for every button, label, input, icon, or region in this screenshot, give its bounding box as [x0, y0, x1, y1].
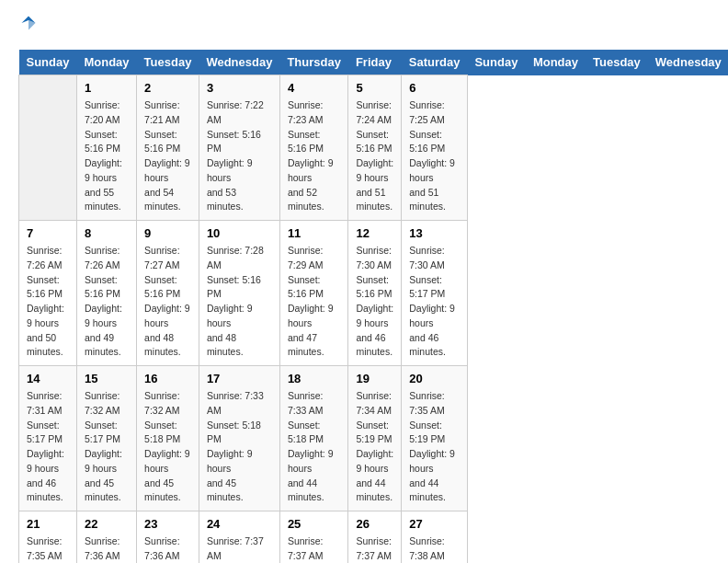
day-number: 13 — [409, 226, 460, 240]
day-info: Sunrise: 7:24 AMSunset: 5:16 PMDaylight:… — [356, 98, 393, 214]
day-info: Sunrise: 7:22 AMSunset: 5:16 PMDaylight:… — [207, 98, 272, 214]
calendar-cell: 5Sunrise: 7:24 AMSunset: 5:16 PMDaylight… — [348, 75, 402, 221]
day-info: Sunrise: 7:26 AMSunset: 5:16 PMDaylight:… — [27, 244, 69, 360]
header-tuesday: Tuesday — [137, 50, 199, 75]
header-saturday: Saturday — [402, 50, 468, 75]
day-number: 5 — [356, 81, 393, 95]
calendar-cell: 23Sunrise: 7:36 AMSunset: 5:21 PMDayligh… — [137, 511, 199, 563]
day-info: Sunrise: 7:27 AMSunset: 5:16 PMDaylight:… — [144, 244, 191, 360]
calendar-cell: 20Sunrise: 7:35 AMSunset: 5:19 PMDayligh… — [402, 366, 468, 511]
calendar-cell: 10Sunrise: 7:28 AMSunset: 5:16 PMDayligh… — [199, 221, 279, 366]
calendar-week-row: 21Sunrise: 7:35 AMSunset: 5:20 PMDayligh… — [19, 511, 729, 563]
header-monday: Monday — [76, 50, 136, 75]
calendar-cell: 27Sunrise: 7:38 AMSunset: 5:23 PMDayligh… — [402, 511, 468, 563]
calendar-cell: 8Sunrise: 7:26 AMSunset: 5:16 PMDaylight… — [76, 221, 136, 366]
day-number: 6 — [409, 81, 460, 95]
day-info: Sunrise: 7:36 AMSunset: 5:20 PMDaylight:… — [85, 534, 129, 563]
calendar-cell: 4Sunrise: 7:23 AMSunset: 5:16 PMDaylight… — [279, 75, 348, 221]
day-info: Sunrise: 7:20 AMSunset: 5:16 PMDaylight:… — [85, 98, 129, 214]
day-info: Sunrise: 7:37 AMSunset: 5:22 PMDaylight:… — [356, 534, 393, 563]
calendar-cell: 15Sunrise: 7:32 AMSunset: 5:17 PMDayligh… — [76, 366, 136, 511]
day-info: Sunrise: 7:37 AMSunset: 5:21 PMDaylight:… — [207, 534, 272, 563]
day-info: Sunrise: 7:31 AMSunset: 5:17 PMDaylight:… — [27, 389, 69, 505]
calendar-table: SundayMondayTuesdayWednesdayThursdayFrid… — [18, 50, 728, 563]
day-info: Sunrise: 7:35 AMSunset: 5:19 PMDaylight:… — [409, 389, 460, 505]
day-number: 24 — [207, 517, 272, 531]
calendar-cell: 14Sunrise: 7:31 AMSunset: 5:17 PMDayligh… — [19, 366, 77, 511]
calendar-cell — [19, 75, 77, 221]
calendar-cell: 26Sunrise: 7:37 AMSunset: 5:22 PMDayligh… — [348, 511, 402, 563]
header-sunday: Sunday — [19, 50, 77, 75]
day-number: 14 — [27, 372, 69, 385]
day-number: 2 — [144, 81, 191, 95]
calendar-cell: 11Sunrise: 7:29 AMSunset: 5:16 PMDayligh… — [279, 221, 348, 366]
day-info: Sunrise: 7:33 AMSunset: 5:18 PMDaylight:… — [288, 389, 341, 505]
calendar-cell: 13Sunrise: 7:30 AMSunset: 5:17 PMDayligh… — [402, 221, 468, 366]
logo — [18, 18, 37, 40]
calendar-cell: 24Sunrise: 7:37 AMSunset: 5:21 PMDayligh… — [199, 511, 279, 563]
calendar-cell: 1Sunrise: 7:20 AMSunset: 5:16 PMDaylight… — [76, 75, 136, 221]
calendar-cell: 7Sunrise: 7:26 AMSunset: 5:16 PMDaylight… — [19, 221, 77, 366]
day-number: 15 — [85, 372, 129, 385]
calendar-cell: 6Sunrise: 7:25 AMSunset: 5:16 PMDaylight… — [402, 75, 468, 221]
calendar-cell: 12Sunrise: 7:30 AMSunset: 5:16 PMDayligh… — [348, 221, 402, 366]
calendar-header-row: SundayMondayTuesdayWednesdayThursdayFrid… — [19, 50, 729, 75]
day-info: Sunrise: 7:33 AMSunset: 5:18 PMDaylight:… — [207, 389, 272, 505]
day-info: Sunrise: 7:29 AMSunset: 5:16 PMDaylight:… — [288, 244, 341, 360]
day-number: 12 — [356, 226, 393, 240]
day-number: 23 — [144, 517, 191, 531]
day-number: 27 — [409, 517, 460, 531]
day-info: Sunrise: 7:34 AMSunset: 5:19 PMDaylight:… — [356, 389, 393, 505]
day-info: Sunrise: 7:21 AMSunset: 5:16 PMDaylight:… — [144, 98, 191, 214]
day-number: 26 — [356, 517, 393, 531]
page-header — [18, 18, 710, 40]
day-number: 22 — [85, 517, 129, 531]
day-info: Sunrise: 7:38 AMSunset: 5:23 PMDaylight:… — [409, 534, 460, 563]
calendar-cell: 9Sunrise: 7:27 AMSunset: 5:16 PMDaylight… — [137, 221, 199, 366]
header-wednesday: Wednesday — [648, 50, 728, 75]
day-number: 20 — [409, 372, 460, 385]
day-number: 19 — [356, 372, 393, 385]
day-number: 4 — [288, 81, 341, 95]
calendar-cell: 25Sunrise: 7:37 AMSunset: 5:22 PMDayligh… — [279, 511, 348, 563]
logo-icon — [20, 15, 37, 31]
day-number: 3 — [207, 81, 272, 95]
calendar-cell: 22Sunrise: 7:36 AMSunset: 5:20 PMDayligh… — [76, 511, 136, 563]
day-number: 25 — [288, 517, 341, 531]
calendar-cell: 17Sunrise: 7:33 AMSunset: 5:18 PMDayligh… — [199, 366, 279, 511]
day-info: Sunrise: 7:36 AMSunset: 5:21 PMDaylight:… — [144, 534, 191, 563]
header-sunday: Sunday — [467, 50, 525, 75]
calendar-week-row: 7Sunrise: 7:26 AMSunset: 5:16 PMDaylight… — [19, 221, 729, 366]
day-number: 21 — [27, 517, 69, 531]
day-info: Sunrise: 7:30 AMSunset: 5:16 PMDaylight:… — [356, 244, 393, 360]
day-info: Sunrise: 7:32 AMSunset: 5:18 PMDaylight:… — [144, 389, 191, 505]
calendar-week-row: 1Sunrise: 7:20 AMSunset: 5:16 PMDaylight… — [19, 75, 729, 221]
calendar-cell: 2Sunrise: 7:21 AMSunset: 5:16 PMDaylight… — [137, 75, 199, 221]
day-number: 18 — [288, 372, 341, 385]
day-number: 10 — [207, 226, 272, 240]
calendar-cell: 19Sunrise: 7:34 AMSunset: 5:19 PMDayligh… — [348, 366, 402, 511]
day-info: Sunrise: 7:26 AMSunset: 5:16 PMDaylight:… — [85, 244, 129, 360]
day-number: 17 — [207, 372, 272, 385]
header-wednesday: Wednesday — [199, 50, 279, 75]
header-monday: Monday — [526, 50, 586, 75]
day-number: 1 — [85, 81, 129, 95]
day-number: 11 — [288, 226, 341, 240]
day-info: Sunrise: 7:35 AMSunset: 5:20 PMDaylight:… — [27, 534, 69, 563]
day-number: 16 — [144, 372, 191, 385]
header-thursday: Thursday — [279, 50, 348, 75]
day-info: Sunrise: 7:37 AMSunset: 5:22 PMDaylight:… — [288, 534, 341, 563]
header-tuesday: Tuesday — [586, 50, 648, 75]
day-info: Sunrise: 7:32 AMSunset: 5:17 PMDaylight:… — [85, 389, 129, 505]
day-info: Sunrise: 7:28 AMSunset: 5:16 PMDaylight:… — [207, 244, 272, 360]
day-info: Sunrise: 7:23 AMSunset: 5:16 PMDaylight:… — [288, 98, 341, 214]
svg-marker-1 — [28, 20, 36, 30]
calendar-cell: 16Sunrise: 7:32 AMSunset: 5:18 PMDayligh… — [137, 366, 199, 511]
calendar-cell: 18Sunrise: 7:33 AMSunset: 5:18 PMDayligh… — [279, 366, 348, 511]
day-number: 9 — [144, 226, 191, 240]
day-info: Sunrise: 7:30 AMSunset: 5:17 PMDaylight:… — [409, 244, 460, 360]
day-number: 8 — [85, 226, 129, 240]
day-info: Sunrise: 7:25 AMSunset: 5:16 PMDaylight:… — [409, 98, 460, 214]
calendar-week-row: 14Sunrise: 7:31 AMSunset: 5:17 PMDayligh… — [19, 366, 729, 511]
calendar-cell: 3Sunrise: 7:22 AMSunset: 5:16 PMDaylight… — [199, 75, 279, 221]
